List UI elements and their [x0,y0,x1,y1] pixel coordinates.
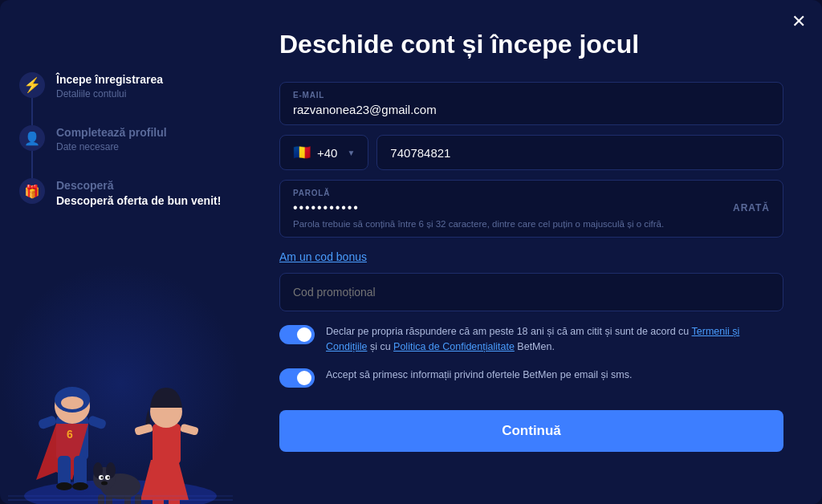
consent-1-toggle[interactable] [279,325,315,344]
svg-rect-6 [87,415,108,430]
step-3-icon: 🎁 [19,178,45,204]
field-group: E-MAIL 🇷🇴 +40 ▼ PAROLĂ ARATĂ [279,82,783,452]
phone-prefix-selector[interactable]: 🇷🇴 +40 ▼ [279,135,368,170]
privacy-link[interactable]: Politica de Confidențialitate [393,341,515,352]
form-area: Deschide cont și începe jocul E-MAIL 🇷🇴 … [241,0,822,504]
dropdown-arrow-icon: ▼ [347,148,355,157]
phone-row: 🇷🇴 +40 ▼ [279,135,783,170]
step-3: 🎁 Descoperă Descoperă oferta de bun veni… [19,178,222,207]
svg-point-9 [56,482,72,490]
step-1-title: Începe înregistrarea [56,72,163,87]
consent-2-toggle[interactable] [279,368,315,388]
phone-prefix-text: +40 [317,146,337,160]
svg-point-26 [101,477,104,479]
svg-point-10 [72,482,88,490]
svg-point-27 [108,477,110,479]
phone-number-input[interactable] [390,146,770,160]
svg-text:6: 6 [67,428,73,441]
step-2: 👤 Completează profilul Date necesare [19,125,222,178]
password-field-wrapper: PAROLĂ ARATĂ Parola trebuie să conțină î… [279,180,783,238]
email-label: E-MAIL [293,91,770,100]
email-input[interactable] [293,103,770,116]
promo-code-wrapper [279,273,783,311]
consent-1-text: Declar pe propria răspundere că am peste… [326,324,783,355]
step-1-subtitle: Detaliile contului [56,88,163,100]
consent-2-text: Accept să primesc informații privind ofe… [326,368,632,383]
step-2-title: Completează profilul [56,125,167,140]
flag-icon: 🇷🇴 [293,144,311,161]
show-password-button[interactable]: ARATĂ [733,202,770,213]
step-2-subtitle: Date necesare [56,141,167,152]
step-1-icon: ⚡ [19,72,45,98]
phone-number-wrapper [376,135,783,170]
svg-point-4 [61,396,83,409]
form-title: Deschide cont și începe jocul [279,29,783,59]
promo-code-input[interactable] [293,286,770,299]
hero-illustration: 6 [0,319,241,504]
toggle-2-slider [279,368,315,388]
step-1: ⚡ Începe înregistrarea Detaliile contulu… [19,72,222,125]
bonus-code-link[interactable]: Am un cod bonus [279,250,783,263]
password-row: ARATĂ [293,201,770,215]
email-field-wrapper: E-MAIL [279,82,783,125]
svg-rect-14 [134,424,153,436]
consent-1-row: Declar pe propria răspundere că am peste… [279,324,783,355]
step-2-icon: 👤 [19,125,45,151]
password-label: PAROLĂ [293,189,770,197]
step-3-title-line1: Descoperă [56,178,221,193]
registration-modal: ✕ ⚡ Începe înregistrarea Detaliile contu… [0,0,822,504]
consent-2-row: Accept să primesc informații privind ofe… [279,368,783,388]
svg-rect-7 [58,456,71,486]
password-input[interactable] [293,201,733,215]
password-hint: Parola trebuie să conțină între 6 și 32 … [293,219,770,229]
svg-rect-15 [180,424,199,436]
sidebar: ⚡ Începe înregistrarea Detaliile contulu… [0,0,241,504]
svg-rect-8 [74,456,87,486]
svg-rect-12 [153,424,181,464]
step-3-title-line2: Descoperă oferta de bun venit! [56,193,221,208]
close-button[interactable]: ✕ [791,13,806,30]
steps-list: ⚡ Începe înregistrarea Detaliile contulu… [19,72,222,208]
svg-point-28 [101,482,108,486]
toggle-1-slider [279,325,315,344]
submit-button[interactable]: Continuă [279,410,783,452]
svg-rect-5 [38,415,58,430]
